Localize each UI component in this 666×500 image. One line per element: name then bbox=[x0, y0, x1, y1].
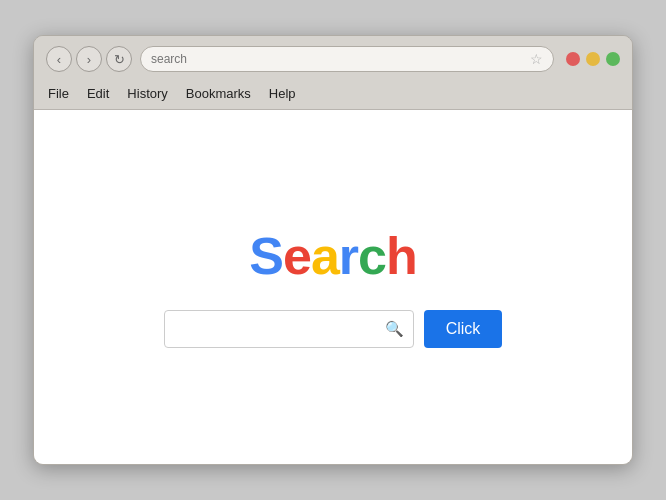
menu-file[interactable]: File bbox=[48, 84, 69, 103]
menu-help[interactable]: Help bbox=[269, 84, 296, 103]
menu-history[interactable]: History bbox=[127, 84, 167, 103]
address-bar[interactable]: ☆ bbox=[140, 46, 554, 72]
content-area: Search 🔍 Click bbox=[34, 110, 632, 464]
minimize-button[interactable] bbox=[586, 52, 600, 66]
address-input[interactable] bbox=[151, 52, 524, 66]
title-letter-h: h bbox=[386, 227, 417, 285]
search-input[interactable] bbox=[164, 310, 414, 348]
forward-icon: › bbox=[87, 52, 91, 67]
title-bar: ‹ › ↻ ☆ bbox=[34, 36, 632, 80]
click-button[interactable]: Click bbox=[424, 310, 503, 348]
menu-bookmarks[interactable]: Bookmarks bbox=[186, 84, 251, 103]
close-button[interactable] bbox=[566, 52, 580, 66]
title-letter-e: e bbox=[283, 227, 311, 285]
title-letter-c: c bbox=[358, 227, 386, 285]
maximize-button[interactable] bbox=[606, 52, 620, 66]
refresh-button[interactable]: ↻ bbox=[106, 46, 132, 72]
search-title: Search bbox=[249, 226, 416, 286]
search-box-wrapper: 🔍 bbox=[164, 310, 414, 348]
title-letter-a: a bbox=[311, 227, 339, 285]
back-button[interactable]: ‹ bbox=[46, 46, 72, 72]
menu-bar: File Edit History Bookmarks Help bbox=[34, 80, 632, 110]
search-row: 🔍 Click bbox=[164, 310, 503, 348]
menu-edit[interactable]: Edit bbox=[87, 84, 109, 103]
refresh-icon: ↻ bbox=[114, 52, 125, 67]
title-letter-r: r bbox=[339, 227, 358, 285]
bookmark-star-icon[interactable]: ☆ bbox=[530, 51, 543, 67]
window-controls bbox=[566, 52, 620, 66]
nav-buttons: ‹ › ↻ bbox=[46, 46, 132, 72]
forward-button[interactable]: › bbox=[76, 46, 102, 72]
title-letter-s: S bbox=[249, 227, 283, 285]
back-icon: ‹ bbox=[57, 52, 61, 67]
browser-window: ‹ › ↻ ☆ File Edit History Bookmarks Help bbox=[33, 35, 633, 465]
